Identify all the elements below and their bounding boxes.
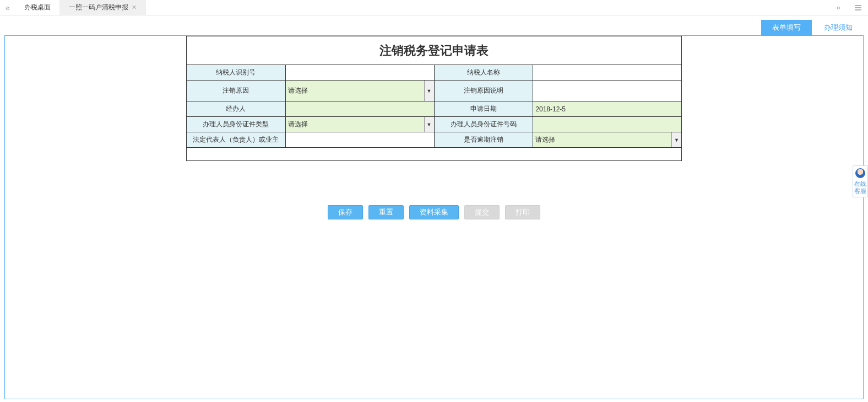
- tab-label: 一照一码户清税申报: [69, 3, 128, 12]
- chevron-down-icon: ▼: [424, 117, 434, 132]
- save-button[interactable]: 保存: [328, 205, 363, 219]
- reset-button[interactable]: 重置: [368, 205, 404, 219]
- label-agent: 经办人: [187, 101, 286, 117]
- tab-label: 办税桌面: [24, 3, 51, 12]
- input-id-number[interactable]: [533, 117, 682, 132]
- label-taxpayer-id: 纳税人识别号: [187, 65, 286, 81]
- tabs-scroll-left-icon[interactable]: «: [0, 0, 15, 15]
- label-apply-date: 申请日期: [434, 101, 533, 117]
- select-id-type[interactable]: 请选择 ▼: [285, 117, 434, 132]
- label-cancel-reason-desc: 注销原因说明: [434, 81, 533, 101]
- action-button-bar: 保存 重置 资料采集 提交 打印: [5, 205, 863, 219]
- window-menu-icon[interactable]: [848, 0, 868, 15]
- tab-process-notice[interactable]: 办理须知: [813, 20, 864, 35]
- chevron-down-icon: ▼: [671, 132, 681, 147]
- collect-button[interactable]: 资料采集: [409, 205, 459, 219]
- value-taxpayer-id: [285, 65, 434, 81]
- page-tab-bar: 表单填写 办理须知: [4, 20, 864, 35]
- submit-button: 提交: [464, 205, 500, 219]
- chevron-down-icon: ▼: [424, 81, 434, 101]
- value-taxpayer-name: [533, 65, 682, 81]
- label-id-number: 办理人员身份证件号码: [434, 117, 533, 132]
- application-form-table: 注销税务登记申请表 纳税人识别号 纳税人名称 注销原因 请选择 ▼ 注销原因说明: [186, 36, 682, 161]
- label-id-type: 办理人员身份证件类型: [187, 117, 286, 132]
- tab-form-fill[interactable]: 表单填写: [761, 20, 812, 35]
- window-tab-desktop[interactable]: 办税桌面: [15, 0, 60, 15]
- value-legal-rep: [285, 132, 434, 148]
- support-label: 在线客服: [854, 180, 866, 194]
- label-cancel-reason: 注销原因: [187, 81, 286, 101]
- window-tab-bar: « 办税桌面 一照一码户清税申报 ✕ »: [0, 0, 868, 15]
- select-cancel-reason[interactable]: 请选择 ▼: [285, 81, 434, 101]
- close-icon[interactable]: ✕: [132, 4, 137, 11]
- form-title: 注销税务登记申请表: [187, 36, 682, 65]
- value-apply-date: 2018-12-5: [533, 101, 682, 117]
- tabs-scroll-right-icon[interactable]: »: [828, 0, 848, 15]
- label-taxpayer-name: 纳税人名称: [434, 65, 533, 81]
- window-tab-declaration[interactable]: 一照一码户清税申报 ✕: [60, 0, 146, 15]
- support-avatar-icon: [855, 168, 865, 178]
- label-overdue: 是否逾期注销: [434, 132, 533, 148]
- form-footer-spacer: [187, 148, 682, 161]
- select-overdue[interactable]: 请选择 ▼: [533, 132, 682, 148]
- form-frame: 注销税务登记申请表 纳税人识别号 纳税人名称 注销原因 请选择 ▼ 注销原因说明: [4, 35, 864, 399]
- online-support-widget[interactable]: 在线客服: [853, 165, 868, 197]
- input-cancel-reason-desc[interactable]: [533, 81, 682, 101]
- print-button: 打印: [505, 205, 540, 219]
- input-agent[interactable]: [285, 101, 434, 117]
- label-legal-rep: 法定代表人（负责人）或业主: [187, 132, 286, 148]
